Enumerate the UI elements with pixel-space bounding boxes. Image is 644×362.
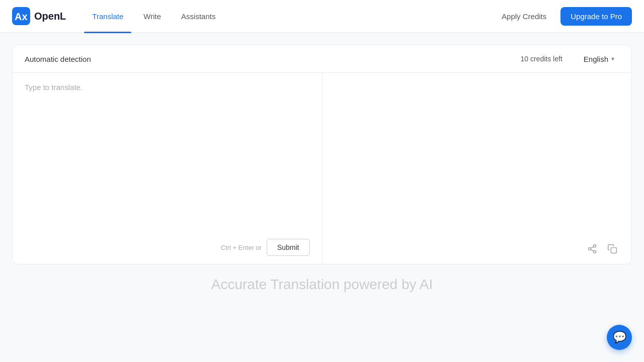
output-footer [323, 237, 632, 264]
input-footer: Ctrl + Enter or Submit [13, 234, 322, 264]
input-side: Ctrl + Enter or Submit [13, 73, 323, 264]
svg-line-5 [591, 249, 594, 251]
logo-text: OpenL [34, 11, 66, 22]
svg-rect-7 [611, 248, 617, 253]
credits-label: 10 credits left [521, 55, 562, 63]
copy-icon [607, 244, 617, 254]
translate-top-bar: Automatic detection 10 credits left Engl… [13, 45, 631, 73]
output-side [323, 73, 632, 264]
main-content: Automatic detection 10 credits left Engl… [0, 33, 644, 317]
share-button[interactable] [585, 242, 599, 256]
upgrade-button[interactable]: Upgrade to Pro [560, 7, 632, 26]
navbar: Ax OpenL Translate Write Assistants Appl… [0, 0, 644, 33]
translation-area: Ctrl + Enter or Submit [13, 73, 631, 264]
nav-actions: Apply Credits Upgrade to Pro [496, 7, 632, 26]
translate-panel: Automatic detection 10 credits left Engl… [12, 45, 632, 264]
nav-assistants[interactable]: Assistants [173, 8, 223, 25]
translate-input[interactable] [13, 73, 322, 234]
nav-translate[interactable]: Translate [84, 8, 131, 25]
copy-button[interactable] [605, 242, 619, 256]
language-selector[interactable]: English ▾ [579, 52, 619, 66]
logo[interactable]: Ax OpenL [12, 7, 66, 25]
chat-icon: 💬 [613, 331, 626, 344]
shortcut-hint: Ctrl + Enter or [221, 244, 262, 251]
nav-links: Translate Write Assistants [84, 8, 496, 25]
chat-bubble[interactable]: 💬 [607, 325, 632, 350]
below-panel: Accurate Translation powered by AI [12, 264, 632, 305]
auto-detect-label: Automatic detection [25, 55, 521, 63]
language-text: English [584, 55, 608, 63]
svg-text:Ax: Ax [15, 11, 28, 22]
submit-button[interactable]: Submit [267, 239, 310, 256]
share-icon [587, 244, 597, 254]
nav-write[interactable]: Write [135, 8, 169, 25]
below-panel-text: Accurate Translation powered by AI [211, 277, 433, 292]
logo-icon: Ax [12, 7, 30, 25]
apply-credits-button[interactable]: Apply Credits [496, 8, 552, 25]
svg-line-6 [591, 246, 594, 248]
chevron-down-icon: ▾ [611, 55, 614, 62]
